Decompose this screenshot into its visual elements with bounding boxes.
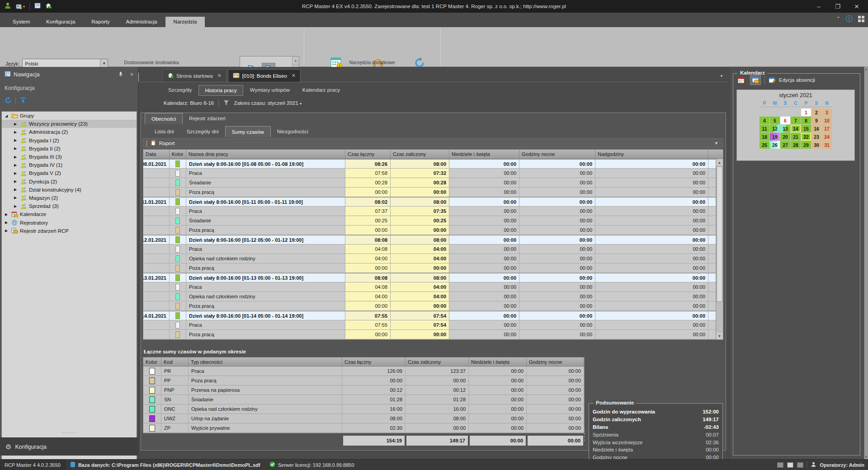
calendar-day[interactable]: 2: [811, 108, 821, 116]
close-panel-icon[interactable]: ×: [130, 71, 133, 78]
grid-row[interactable]: Praca07:5807:3200:0000:0000:00: [143, 169, 723, 178]
grid-row[interactable]: Poza pracą00:0000:0000:0000:0000:00: [143, 301, 723, 311]
home-icon[interactable]: [45, 2, 52, 10]
totals-row[interactable]: ZPWyjście prywatne02:3000:0000:0000:00: [143, 423, 584, 433]
calendar-day[interactable]: 10: [822, 117, 832, 124]
calendar-day[interactable]: 17: [822, 125, 832, 132]
calendar-day[interactable]: 4: [760, 117, 769, 124]
calendar-day[interactable]: 3: [822, 108, 832, 116]
calendar-day[interactable]: 24: [822, 133, 832, 141]
app-logo-icon[interactable]: [5, 2, 11, 11]
menu-tab-narzędzia[interactable]: Narzędzia: [165, 17, 205, 27]
calendar-day[interactable]: 28: [791, 141, 801, 149]
tree-item[interactable]: ▶Dział konstrukcyjny (4): [2, 186, 137, 194]
grid-row[interactable]: Poza pracą00:0000:0000:0000:0000:00: [143, 226, 723, 235]
pane-splitter-dots[interactable]: ••••: [584, 429, 585, 442]
calendar-day[interactable]: 20: [780, 133, 790, 141]
grid-row[interactable]: Praca07:5507:5400:0000:0000:00: [143, 320, 723, 330]
totals-row[interactable]: PNPPrzerwa na papierosa00:1200:1200:0000…: [143, 385, 584, 395]
collapsed-arrow-icon[interactable]: ▶: [13, 188, 18, 192]
column-header[interactable]: Czas zaliczony: [406, 357, 469, 366]
grid-row[interactable]: 13.01.2021Dzień stały 8:00-16:00 [01-13 …: [143, 273, 723, 282]
calendar-day[interactable]: 7: [791, 117, 801, 124]
calendar-day[interactable]: 27: [780, 141, 790, 149]
collapse-band-icon[interactable]: ▼: [714, 141, 718, 146]
column-header[interactable]: Czas zaliczony: [391, 150, 449, 159]
calendar-day[interactable]: 19: [770, 133, 780, 141]
refresh-icon[interactable]: [5, 97, 12, 106]
tree-item[interactable]: ◢Grupy: [2, 112, 137, 120]
grid-row[interactable]: Poza pracą00:0000:0000:0000:0000:00: [143, 188, 723, 197]
info-icon[interactable]: i: [846, 15, 853, 22]
grid-row[interactable]: Praca04:0804:0000:0000:0000:00: [143, 282, 723, 292]
grid-row[interactable]: Poza pracą00:0000:0000:0000:0000:00: [143, 263, 723, 273]
report-band[interactable]: Raport ▼: [143, 138, 723, 148]
calendar-day[interactable]: 22: [801, 133, 811, 141]
collapsed-arrow-icon[interactable]: ▶: [13, 138, 18, 142]
calendar-day[interactable]: 11: [760, 125, 769, 132]
edit-absence-button[interactable]: Edycja absencji: [769, 77, 815, 84]
calendar-day[interactable]: 15: [801, 125, 811, 132]
calendar-day[interactable]: 6: [780, 117, 790, 124]
tree-item[interactable]: ▶Brygada III (3): [2, 153, 137, 161]
sub-tab[interactable]: Sumy czasów: [225, 126, 271, 137]
menu-tab-administracja[interactable]: Administracja: [118, 17, 165, 27]
tree-item[interactable]: ▶Wszyscy pracownicy (23): [2, 120, 137, 128]
monitor-icon[interactable]: [777, 462, 783, 468]
grid-row[interactable]: Praca07:3707:3500:0000:0000:00: [143, 207, 723, 216]
totals-row[interactable]: SNŚniadanie01:2801:2800:0000:00: [143, 395, 584, 404]
nav-footer-button[interactable]: ⚙ Konfiguracja: [0, 437, 138, 456]
column-header[interactable]: Niedziele i święta: [469, 357, 527, 366]
tree-item[interactable]: ▶Brygada I (2): [2, 136, 137, 145]
column-header[interactable]: Czas łączny: [345, 150, 391, 159]
grid-row[interactable]: Opieka nad członkiem rodziny04:0004:0000…: [143, 254, 723, 263]
panel-splitter-grip[interactable]: ......: [0, 429, 138, 434]
collapsed-arrow-icon[interactable]: ▶: [4, 221, 9, 225]
layout-grid-icon[interactable]: [858, 16, 864, 22]
column-header[interactable]: Kolor: [143, 357, 161, 366]
scroll-thumb[interactable]: [717, 166, 722, 302]
grid-row[interactable]: Opieka nad członkiem rodziny04:0004:0000…: [143, 292, 723, 301]
view-tab[interactable]: Szczegóły: [162, 85, 198, 96]
column-header[interactable]: Kod: [161, 357, 189, 366]
tree-item[interactable]: ▶Brygada V (2): [2, 169, 137, 177]
collapsed-arrow-icon[interactable]: ▶: [13, 179, 18, 183]
totals-row[interactable]: PRPraca126:09123:3700:0000:00: [143, 367, 584, 376]
document-tab[interactable]: [010]: Bonds Eliseo✕: [228, 69, 301, 82]
collapsed-arrow-icon[interactable]: ▶: [13, 146, 18, 150]
tree-item[interactable]: ▶Kalendarze: [2, 210, 137, 218]
view-tab[interactable]: Wymiary urlopów: [244, 85, 296, 96]
grid-row[interactable]: 08.01.2021Dzień stały 8:00-16:00 [01-08 …: [143, 159, 723, 169]
column-header[interactable]: Data: [143, 150, 170, 159]
grid-row[interactable]: 11.01.2021Dzień stały 8:00-16:00 [01-11 …: [143, 197, 723, 207]
grid-row[interactable]: Poza pracą00:0000:0000:0000:0000:00: [143, 330, 723, 339]
document-tab[interactable]: Strona startowa✕: [162, 69, 226, 82]
grid-row[interactable]: 14.01.2021Dzień stały 8:00-16:00 [01-14 …: [143, 311, 723, 320]
tree-item[interactable]: ▶Dyrekcja (2): [2, 178, 137, 186]
close-tab-icon[interactable]: ✕: [292, 73, 296, 79]
section-tab[interactable]: Rejestr zdarzeń: [183, 113, 232, 124]
view-tab[interactable]: Historia pracy: [198, 85, 243, 96]
options-list-icon[interactable]: [34, 2, 41, 10]
display-icon[interactable]: [797, 462, 803, 468]
close-button[interactable]: ✕: [848, 1, 865, 11]
sub-tab[interactable]: Niezgodności: [271, 126, 315, 137]
collapsed-arrow-icon[interactable]: ▶: [4, 229, 9, 233]
column-header[interactable]: Godziny nocne: [527, 357, 584, 366]
collapsed-arrow-icon[interactable]: ▶: [4, 212, 9, 216]
calendar-day[interactable]: 21: [791, 133, 801, 141]
edit-calendar-icon[interactable]: [750, 75, 761, 85]
expanded-arrow-icon[interactable]: ◢: [4, 114, 9, 118]
calendar-day[interactable]: 14: [791, 125, 801, 132]
calendar-day[interactable]: 5: [770, 117, 780, 124]
collapsed-arrow-icon[interactable]: ▶: [13, 196, 18, 200]
tab-list-dropdown-icon[interactable]: ▼: [720, 74, 723, 78]
calendar-day[interactable]: 18: [760, 133, 769, 141]
column-header[interactable]: Godziny nocne: [519, 150, 595, 159]
view-tab[interactable]: Kalendarz pracy: [297, 85, 346, 96]
collapsed-arrow-icon[interactable]: ▶: [13, 171, 18, 175]
totals-row[interactable]: PPPoza pracą00:0000:0000:0000:00: [143, 376, 584, 385]
collapsed-arrow-icon[interactable]: ▶: [13, 204, 18, 208]
collapsed-arrow-icon[interactable]: ▶: [13, 130, 18, 134]
menu-tab-system[interactable]: System: [5, 17, 38, 27]
